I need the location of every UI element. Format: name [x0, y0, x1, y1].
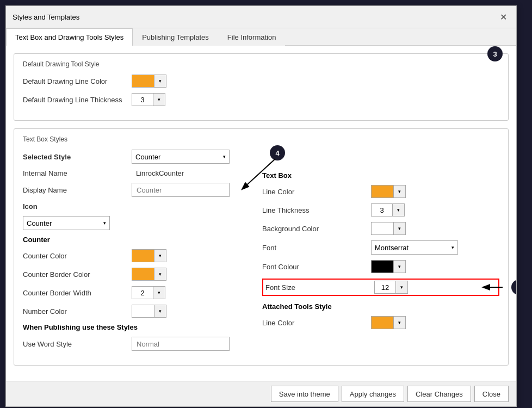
number-color-label: Number Color	[23, 307, 132, 316]
attached-line-color-swatch[interactable]	[371, 316, 394, 329]
counter-color-swatch[interactable]	[132, 249, 154, 262]
drawing-line-color-picker[interactable]: ▾	[132, 75, 166, 88]
tb-line-color-swatch[interactable]	[371, 185, 394, 198]
number-color-picker[interactable]: ▾	[132, 305, 166, 318]
tb-font-size-select[interactable]: 12 ▾	[374, 281, 408, 294]
tb-font-row: Font Montserrat ▾	[262, 240, 499, 255]
attached-tools-title: Attached Tools Style	[262, 302, 499, 311]
tb-line-color-row: Line Color ▾	[262, 185, 499, 198]
tb-font-chevron: ▾	[451, 245, 454, 250]
dialog-title: Styles and Templates	[13, 13, 79, 21]
tab-file-information[interactable]: File Information	[218, 28, 286, 46]
counter-border-width-dropdown[interactable]: ▾	[153, 286, 165, 299]
drawing-line-thickness-select[interactable]: 3 ▾	[132, 93, 165, 106]
tb-line-thickness-row: Line Thickness 3 ▾	[262, 203, 499, 217]
counter-border-width-select[interactable]: 2 ▾	[132, 286, 165, 299]
textbox-right-title: Text Box	[262, 171, 499, 180]
svg-line-0	[243, 159, 275, 189]
save-into-theme-button[interactable]: Save into theme	[271, 386, 338, 402]
display-name-input[interactable]	[132, 183, 230, 197]
tb-bg-color-picker[interactable]: ▾	[371, 222, 406, 235]
tb-font-label: Font	[262, 244, 371, 252]
tab-bar: Text Box and Drawing Tools Styles Publis…	[6, 28, 516, 46]
display-name-label: Display Name	[23, 186, 132, 194]
tb-font-value: Montserrat	[375, 244, 409, 252]
arrow-5	[481, 282, 508, 293]
icon-chevron: ▾	[103, 220, 106, 226]
counter-color-label: Counter Color	[23, 252, 132, 260]
apply-changes-button[interactable]: Apply changes	[342, 386, 404, 402]
number-color-row: Number Color ▾	[23, 305, 262, 318]
icon-row: Icon	[23, 202, 262, 211]
attached-line-color-picker[interactable]: ▾	[371, 316, 406, 329]
tab-publishing-templates[interactable]: Publishing Templates	[133, 28, 218, 46]
drawing-line-thickness-dropdown[interactable]: ▾	[153, 93, 165, 106]
counter-border-color-label: Counter Border Color	[23, 270, 132, 279]
tb-bg-color-swatch[interactable]	[371, 222, 394, 235]
tb-font-colour-picker[interactable]: ▾	[371, 260, 406, 273]
icon-label: Icon	[23, 202, 132, 211]
badge-5: 5	[511, 280, 516, 295]
counter-border-width-label: Counter Border Width	[23, 289, 132, 297]
icon-value: Counter	[27, 219, 52, 227]
counter-color-dropdown[interactable]: ▾	[154, 249, 166, 262]
selected-style-label: Selected Style	[23, 153, 132, 161]
drawing-line-thickness-row: Default Drawing Line Thickness 3 ▾	[23, 93, 499, 106]
tb-font-size-dropdown[interactable]: ▾	[396, 281, 408, 294]
number-color-dropdown[interactable]: ▾	[154, 305, 166, 318]
internal-name-row: Internal Name LinrockCounter	[23, 169, 262, 177]
counter-border-color-picker[interactable]: ▾	[132, 268, 166, 281]
tb-line-color-picker[interactable]: ▾	[371, 185, 406, 198]
selected-style-dropdown[interactable]: Counter ▾	[132, 150, 230, 164]
counter-border-color-dropdown[interactable]: ▾	[154, 268, 166, 281]
drawing-line-thickness-value: 3	[132, 93, 153, 106]
counter-border-color-swatch[interactable]	[132, 268, 154, 281]
tb-font-colour-dropdown[interactable]: ▾	[394, 260, 406, 273]
tb-font-size-row: Font Size 12 ▾	[262, 279, 499, 296]
clear-changes-button[interactable]: Clear Changes	[407, 386, 471, 402]
tb-line-color-dropdown[interactable]: ▾	[394, 185, 406, 198]
tb-line-thickness-select[interactable]: 3 ▾	[371, 203, 405, 217]
use-word-style-label: Use Word Style	[23, 340, 132, 348]
dialog-footer: Save into theme Apply changes Clear Chan…	[6, 381, 516, 406]
close-icon-button[interactable]: ✕	[497, 10, 510, 23]
tb-font-size-label: Font Size	[265, 283, 374, 292]
drawing-tool-section: 3 Default Drawing Tool Style Default Dra…	[14, 53, 509, 121]
badge-3: 3	[487, 46, 503, 61]
tb-font-colour-row: Font Colour ▾	[262, 260, 499, 273]
counter-border-color-row: Counter Border Color ▾	[23, 268, 262, 281]
number-color-swatch[interactable]	[132, 305, 154, 318]
publishing-title: When Publishing use these Styles	[23, 323, 262, 331]
counter-color-picker[interactable]: ▾	[132, 249, 166, 262]
drawing-line-color-swatch[interactable]	[132, 75, 154, 88]
use-word-style-row: Use Word Style	[23, 337, 262, 351]
textbox-section-title: Text Box Styles	[23, 135, 499, 143]
internal-name-label: Internal Name	[23, 169, 132, 177]
tb-bg-color-dropdown[interactable]: ▾	[394, 222, 406, 235]
left-col: Internal Name LinrockCounter Display Nam…	[23, 169, 262, 356]
tb-line-thickness-value: 3	[371, 203, 393, 217]
counter-border-width-value: 2	[132, 286, 153, 299]
tb-line-thickness-dropdown[interactable]: ▾	[393, 203, 405, 217]
tb-font-dropdown[interactable]: Montserrat ▾	[371, 240, 458, 255]
selected-style-chevron: ▾	[223, 154, 226, 159]
drawing-line-color-row: Default Drawing Line Color ▾	[23, 75, 499, 88]
attached-line-color-dropdown[interactable]: ▾	[394, 316, 406, 329]
textbox-two-col: Internal Name LinrockCounter Display Nam…	[23, 169, 499, 356]
drawing-line-color-label: Default Drawing Line Color	[23, 77, 132, 85]
drawing-line-thickness-label: Default Drawing Line Thickness	[23, 96, 132, 104]
display-name-row: Display Name	[23, 183, 262, 197]
tb-font-size-value: 12	[374, 281, 396, 294]
close-button[interactable]: Close	[474, 386, 509, 402]
tb-bg-color-label: Background Color	[262, 225, 371, 233]
tb-font-colour-swatch[interactable]	[371, 260, 394, 273]
icon-dropdown[interactable]: Counter ▾	[23, 216, 110, 230]
selected-style-value: Counter	[135, 153, 160, 161]
counter-section-title: Counter	[23, 236, 262, 244]
drawing-line-color-dropdown[interactable]: ▾	[154, 75, 166, 88]
styles-templates-dialog: Styles and Templates ✕ Text Box and Draw…	[5, 5, 517, 407]
counter-color-row: Counter Color ▾	[23, 249, 262, 262]
right-col: Text Box Line Color ▾ Line Thickness 3	[262, 169, 499, 356]
use-word-style-input[interactable]	[132, 337, 230, 351]
tab-text-box-drawing[interactable]: Text Box and Drawing Tools Styles	[6, 28, 133, 46]
